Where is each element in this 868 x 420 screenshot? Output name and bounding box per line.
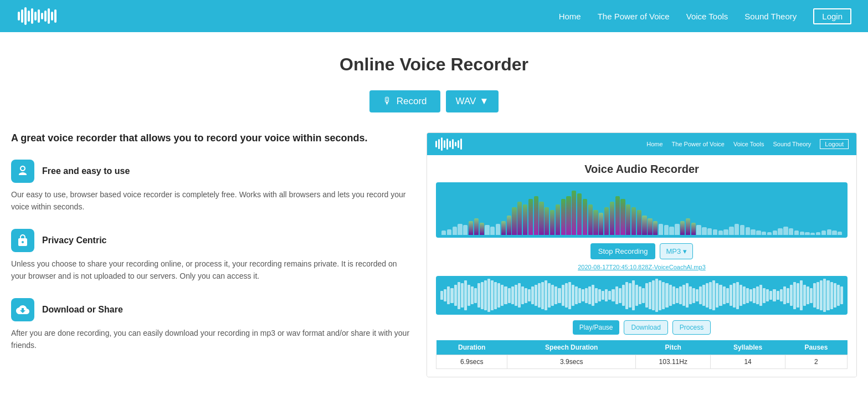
wav-label: WAV <box>456 96 476 107</box>
stats-header-speech: Speech Duration <box>507 340 636 355</box>
play-pause-button[interactable]: Play/Pause <box>573 320 620 335</box>
mp3-label: MP3 <box>666 247 681 255</box>
mini-logo-icon <box>435 137 466 151</box>
download-cloud-icon <box>16 303 29 316</box>
feature-free-title: Free and easy to use <box>42 166 130 176</box>
mp3-button[interactable]: MP3 ▾ <box>660 243 693 259</box>
main-nav: Home The Power of Voice Voice Tools Soun… <box>559 8 851 24</box>
main-content: Online Voice Recorder 🎙 Record WAV ▼ A g… <box>0 32 868 388</box>
chevron-down-icon: ▼ <box>479 96 489 107</box>
feature-free-text: Our easy to use, browser based voice rec… <box>11 188 410 213</box>
feature-privacy: Privacy Centric Unless you choose to sha… <box>11 229 410 283</box>
recording-waveform <box>436 182 848 238</box>
feature-privacy-title: Privacy Centric <box>42 235 107 245</box>
logout-button[interactable]: Logout <box>820 139 849 149</box>
feature-download-header: Download or Share <box>11 298 410 321</box>
recorder-panel: Voice Audio Recorder Stop Recording MP3 … <box>427 155 856 377</box>
record-button[interactable]: 🎙 Record <box>369 90 440 112</box>
svg-rect-15 <box>444 140 445 148</box>
svg-rect-17 <box>449 141 451 147</box>
stats-pauses: 2 <box>785 355 847 369</box>
stats-header-row: Duration Speech Duration Pitch Syllables… <box>436 340 848 355</box>
feature-download-title: Download or Share <box>42 305 123 315</box>
person-chat-icon <box>16 165 29 178</box>
site-header: Home The Power of Voice Voice Tools Soun… <box>0 0 868 32</box>
stats-header-pitch: Pitch <box>636 340 711 355</box>
playback-waveform <box>436 276 848 315</box>
feature-download: Download or Share After you are done rec… <box>11 298 410 352</box>
download-icon-wrap <box>11 298 34 321</box>
nav-home[interactable]: Home <box>559 12 581 21</box>
svg-rect-2 <box>24 7 27 25</box>
file-name-link[interactable]: 2020-08-17T20:45:10.828Z-VoiceCoachAl.mp… <box>436 264 848 270</box>
recorder-title: Voice Audio Recorder <box>436 163 848 176</box>
bars-container <box>441 185 842 235</box>
svg-rect-8 <box>44 11 47 22</box>
svg-rect-16 <box>446 139 448 150</box>
stats-header-pauses: Pauses <box>785 340 847 355</box>
recording-controls: Stop Recording MP3 ▾ <box>436 243 848 259</box>
svg-rect-18 <box>452 139 454 149</box>
svg-rect-1 <box>21 9 23 23</box>
two-column-layout: A great voice recorder that allows you t… <box>11 132 857 377</box>
process-button[interactable]: Process <box>672 320 711 335</box>
svg-rect-9 <box>48 8 50 24</box>
stats-syllables: 14 <box>711 355 785 369</box>
feature-free-header: Free and easy to use <box>11 160 410 183</box>
mini-nav-tools[interactable]: Voice Tools <box>733 141 764 147</box>
mini-nav-power[interactable]: The Power of Voice <box>672 141 725 147</box>
stats-data-row: 6.9secs 3.9secs 103.11Hz 14 2 <box>436 355 848 369</box>
playback-controls: Play/Pause Download Process <box>436 320 848 335</box>
left-column: A great voice recorder that allows you t… <box>11 132 410 367</box>
privacy-icon-wrap <box>11 229 34 252</box>
stop-recording-button[interactable]: Stop Recording <box>590 243 656 259</box>
login-button[interactable]: Login <box>813 8 851 24</box>
mini-header: Home The Power of Voice Voice Tools Soun… <box>427 133 856 155</box>
tagline: A great voice recorder that allows you t… <box>11 132 410 144</box>
svg-rect-10 <box>51 12 53 21</box>
mp3-chevron-icon: ▾ <box>683 247 687 255</box>
nav-voice-tools[interactable]: Voice Tools <box>686 12 728 21</box>
svg-rect-19 <box>455 142 456 146</box>
feature-privacy-text: Unless you choose to share your recordin… <box>11 258 410 283</box>
svg-rect-3 <box>28 11 30 22</box>
svg-rect-13 <box>438 139 440 149</box>
mini-nav-home[interactable]: Home <box>646 141 662 147</box>
record-label: Record <box>397 96 427 107</box>
mic-icon: 🎙 <box>383 96 392 107</box>
nav-power-of-voice[interactable]: The Power of Voice <box>598 12 670 21</box>
feature-download-text: After you are done recording, you can ea… <box>11 327 410 352</box>
action-buttons: 🎙 Record WAV ▼ <box>11 90 857 112</box>
stats-pitch: 103.11Hz <box>636 355 711 369</box>
logo-icon <box>17 6 61 26</box>
stats-table: Duration Speech Duration Pitch Syllables… <box>436 340 848 369</box>
stats-header-duration: Duration <box>436 340 507 355</box>
svg-rect-12 <box>435 141 437 147</box>
right-panel: Home The Power of Voice Voice Tools Soun… <box>427 132 857 377</box>
feature-privacy-header: Privacy Centric <box>11 229 410 252</box>
mini-nav-sound[interactable]: Sound Theory <box>773 141 811 147</box>
svg-rect-21 <box>460 139 462 150</box>
svg-rect-11 <box>54 9 57 23</box>
free-icon-wrap <box>11 160 34 183</box>
svg-rect-20 <box>458 140 459 148</box>
stats-header-syllables: Syllables <box>711 340 785 355</box>
svg-rect-7 <box>41 13 43 19</box>
svg-rect-5 <box>34 12 37 21</box>
svg-rect-4 <box>31 8 33 24</box>
svg-rect-6 <box>38 9 40 23</box>
logo <box>17 6 61 26</box>
wav-button[interactable]: WAV ▼ <box>446 90 499 112</box>
mini-nav: Home The Power of Voice Voice Tools Soun… <box>646 139 849 149</box>
svg-rect-14 <box>441 137 443 151</box>
page-title: Online Voice Recorder <box>11 54 857 75</box>
stats-speech-duration: 3.9secs <box>507 355 636 369</box>
feature-free: Free and easy to use Our easy to use, br… <box>11 160 410 213</box>
lock-icon <box>16 234 29 247</box>
nav-sound-theory[interactable]: Sound Theory <box>744 12 797 21</box>
download-button[interactable]: Download <box>624 320 667 335</box>
stats-duration: 6.9secs <box>436 355 507 369</box>
svg-rect-0 <box>18 12 20 21</box>
